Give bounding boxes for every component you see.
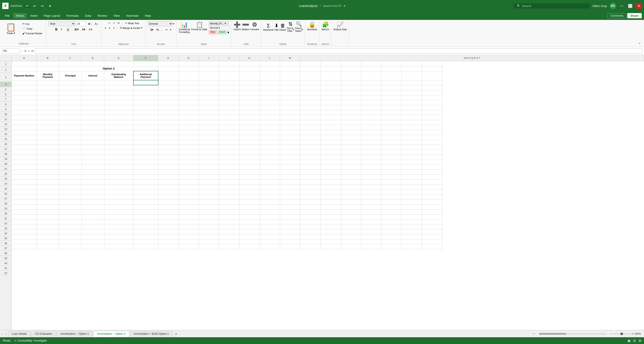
row-header-17[interactable]: 17: [0, 146, 12, 151]
row-header-34[interactable]: 34: [0, 231, 12, 236]
cell-q3[interactable]: [361, 71, 381, 80]
row-header-20[interactable]: 20: [0, 161, 12, 166]
merge-center-button[interactable]: ⊡ Merge & Center ▾: [119, 26, 144, 30]
menu-file[interactable]: File: [2, 13, 12, 18]
font-color-button[interactable]: A▾: [88, 27, 93, 32]
cell-i3[interactable]: [199, 71, 219, 80]
col-header-f[interactable]: F: [134, 55, 158, 61]
cell-m2[interactable]: [280, 66, 300, 71]
col-header-e[interactable]: E: [104, 55, 134, 61]
row-header-31[interactable]: 31: [0, 216, 12, 221]
fill-dropdown[interactable]: ▾: [278, 29, 278, 31]
align-left-button[interactable]: ≡: [104, 26, 107, 30]
cell-c2-merged[interactable]: Option 2: [59, 66, 158, 71]
cell-h4[interactable]: [178, 80, 199, 85]
cell-i2[interactable]: [199, 66, 219, 71]
cell-c4[interactable]: [59, 80, 82, 85]
font-size-input[interactable]: [76, 21, 86, 26]
clear-dropdown[interactable]: ▾: [285, 29, 286, 31]
maximize-button[interactable]: ⬜: [627, 3, 633, 9]
find-select-dropdown[interactable]: ▾: [302, 29, 303, 31]
cell-r1[interactable]: [381, 61, 402, 66]
cell-s2[interactable]: [402, 66, 422, 71]
sort-filter-button[interactable]: ⇅: [288, 21, 292, 27]
autosave-toggle[interactable]: Off: [24, 4, 30, 8]
cell-m1[interactable]: [280, 61, 300, 66]
tab-options-button[interactable]: ⋯: [532, 332, 536, 336]
row-header-14[interactable]: 14: [0, 132, 12, 136]
menu-home[interactable]: Home: [13, 13, 26, 18]
paste-button[interactable]: 📋: [4, 23, 18, 32]
menu-review[interactable]: Review: [95, 13, 110, 18]
view-layout-icon[interactable]: ⊟: [633, 339, 636, 342]
conditional-formatting-button[interactable]: 📊: [181, 21, 188, 28]
cell-k2[interactable]: [239, 66, 260, 71]
cell-i1[interactable]: [199, 61, 219, 66]
row-header-2[interactable]: 2: [0, 67, 12, 73]
menu-formulas[interactable]: Formulas: [64, 13, 81, 18]
cell-ref-input[interactable]: F4: [2, 48, 20, 54]
cell-g4[interactable]: [158, 80, 178, 85]
analyze-button[interactable]: 📈: [336, 21, 344, 28]
row-header-35[interactable]: 35: [0, 236, 12, 241]
cell-n1[interactable]: [300, 61, 320, 66]
formula-cancel-button[interactable]: ✕: [24, 49, 27, 53]
autosum-dropdown[interactable]: ▾: [272, 29, 274, 31]
search-box[interactable]: 🔍: [513, 4, 590, 9]
cell-d1[interactable]: [82, 61, 104, 66]
minimize-button[interactable]: —: [619, 3, 624, 9]
cell-a3[interactable]: Payment Number: [12, 71, 36, 80]
cut-button[interactable]: ✂ Cut: [21, 22, 44, 26]
cell-f3[interactable]: AdditionalPayment: [134, 71, 158, 80]
zoom-in-button[interactable]: +: [632, 332, 633, 335]
formula-confirm-button[interactable]: ✓: [28, 49, 30, 53]
col-header-g[interactable]: G: [158, 55, 178, 61]
sort-filter-dropdown[interactable]: ▾: [293, 29, 294, 31]
cell-h1[interactable]: [178, 61, 199, 66]
cell-k1[interactable]: [239, 61, 260, 66]
cell-s1[interactable]: [402, 61, 422, 66]
cell-r3[interactable]: [381, 71, 402, 80]
row-header-38[interactable]: 38: [0, 251, 12, 256]
col-header-b[interactable]: B: [36, 55, 59, 61]
cell-p3[interactable]: [341, 71, 361, 80]
col-header-h[interactable]: H: [178, 55, 199, 61]
percent-button[interactable]: %: [155, 28, 160, 32]
customize-qat-button[interactable]: ▾: [47, 3, 53, 9]
col-header-a[interactable]: A: [12, 55, 36, 61]
align-right-rotate-button[interactable]: ⟳: [116, 21, 121, 25]
cell-d4[interactable]: [82, 80, 104, 85]
row-header-19[interactable]: 19: [0, 156, 12, 161]
format-dropdown-icon[interactable]: ▾: [258, 28, 259, 31]
row-header-7[interactable]: 7: [0, 97, 12, 102]
row-header-30[interactable]: 30: [0, 211, 12, 216]
scrollbar-thumb[interactable]: [539, 333, 566, 335]
sheet-tab-cd-evaluation[interactable]: CD Evaluation: [31, 331, 56, 336]
row-header-22[interactable]: 22: [0, 171, 12, 176]
share-button[interactable]: Share: [627, 13, 642, 18]
underline-button[interactable]: U: [66, 27, 71, 32]
tab-nav-prev-button[interactable]: ‹: [1, 331, 4, 336]
row-header-3[interactable]: 3: [0, 73, 12, 82]
align-left-rotate-button[interactable]: ⤡: [107, 21, 111, 25]
zoom-slider-thumb[interactable]: [620, 332, 623, 335]
cell-g1[interactable]: [158, 61, 178, 66]
col-header-l[interactable]: L: [260, 55, 280, 61]
horizontal-scrollbar[interactable]: [539, 333, 606, 335]
sheet-tab-amortization-option1[interactable]: Amortization -- Option 1: [56, 331, 93, 336]
cell-b2[interactable]: [36, 66, 59, 71]
row-header-5[interactable]: 5: [0, 87, 12, 92]
cell-b3[interactable]: MonthlyPayment: [36, 71, 59, 80]
format-painter-button[interactable]: 🖌 Format Painter: [21, 31, 44, 36]
cell-o2[interactable]: [320, 66, 341, 71]
cell-j2[interactable]: [219, 66, 239, 71]
normal-pr-style[interactable]: Normal_Pr... ▾: [209, 21, 229, 26]
col-header-m[interactable]: M: [280, 55, 300, 61]
number-format-expand[interactable]: ▾: [173, 22, 174, 25]
cell-g2[interactable]: [158, 66, 178, 71]
save-location-dropdown-icon[interactable]: ▾: [344, 5, 345, 8]
sheet-tab-amortization-option2[interactable]: Amortization -- Option 2: [93, 331, 130, 337]
row-header-15[interactable]: 15: [0, 136, 12, 141]
cell-k3[interactable]: [239, 71, 260, 80]
borders-button[interactable]: ⊞▾: [73, 27, 80, 32]
